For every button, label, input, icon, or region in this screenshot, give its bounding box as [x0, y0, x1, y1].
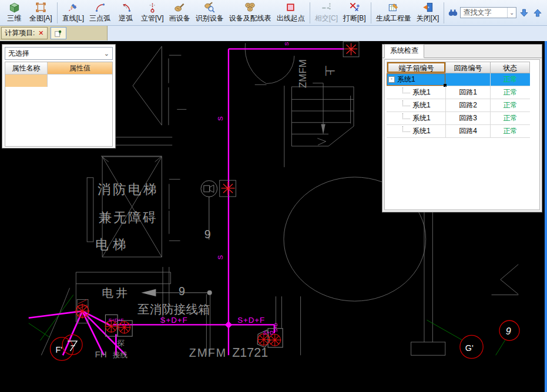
- chevron-down-icon: ⌄: [104, 50, 109, 58]
- terminal-box-cell[interactable]: 系统1: [387, 112, 446, 124]
- riser-pipe-icon: [147, 2, 158, 13]
- binoculars-icon[interactable]: [448, 8, 458, 18]
- chevron-down-icon[interactable]: ⌄: [507, 8, 516, 18]
- outlet-start-icon: [285, 2, 296, 13]
- table-row[interactable]: 系统1 回路3 正常: [387, 112, 530, 125]
- column-header-status[interactable]: 状态: [491, 62, 530, 73]
- close-door-icon: [422, 2, 434, 13]
- table-row[interactable]: 系统1 回路2 正常: [387, 99, 530, 112]
- table-row[interactable]: - 系统1 正常: [387, 73, 530, 86]
- brush-icon: [174, 2, 185, 13]
- arrow-down-icon: [519, 8, 529, 18]
- find-next-button[interactable]: [518, 7, 530, 19]
- leader-arrow: [141, 289, 212, 297]
- label-z-number: Z1721: [232, 346, 268, 360]
- circuit-cell[interactable]: 回路3: [446, 112, 491, 124]
- property-row-empty[interactable]: [5, 74, 112, 87]
- tree-branch-icon: [402, 126, 410, 132]
- system-check-panel: 系统检查 端子箱编号 回路编号 状态 - 系统1 正常 系统1: [382, 44, 542, 212]
- circuit-node: [225, 321, 233, 329]
- terminal-box-cell[interactable]: 系统1: [387, 99, 446, 111]
- toolbar-label: 逆弧: [119, 13, 133, 23]
- find-text-combobox[interactable]: 查找文字 ⌄: [460, 7, 516, 18]
- label-sd-rotated: S+D: [273, 323, 278, 332]
- cube-3d-icon: [9, 2, 20, 13]
- toolbar-button-riser[interactable]: 立管[V]: [139, 0, 166, 25]
- toolbar-label: 打断[B]: [343, 13, 366, 23]
- label-sdf-left: S+D+F: [160, 316, 188, 325]
- label-nine-circle: 9: [506, 326, 511, 336]
- tree-branch-icon: [402, 87, 410, 93]
- tree-branch-icon: [402, 100, 410, 106]
- tab-close-icon[interactable]: ✕: [38, 30, 43, 36]
- toolbar-button-close[interactable]: 关闭[X]: [414, 0, 442, 25]
- system-check-content: 端子箱编号 回路编号 状态 - 系统1 正常 系统1 回路1 正常: [384, 59, 540, 210]
- column-header-attr-value[interactable]: 属性值: [48, 62, 112, 74]
- selection-dropdown[interactable]: 无选择 ⌄: [5, 47, 113, 60]
- toolbar-label: 生成工程量: [376, 13, 411, 23]
- toolbar-button-outlet-start[interactable]: 出线起点: [274, 0, 307, 25]
- toolbar-button-reverse-arc[interactable]: 逆弧: [113, 0, 138, 25]
- label-nine-b: 9: [179, 285, 185, 298]
- terminal-box-label: 系统1: [397, 73, 415, 86]
- attr-value-cell[interactable]: [48, 75, 112, 87]
- toolbar-button-3d[interactable]: 三维: [2, 0, 26, 25]
- circuit-cell[interactable]: 回路4: [446, 125, 491, 137]
- status-badge: 正常: [491, 86, 530, 99]
- toolbar-button-line[interactable]: 直线[L]: [60, 0, 86, 25]
- toolbar-button-draw-device[interactable]: 画设备: [167, 0, 193, 25]
- label-to-fire-box: 至消防接线箱: [137, 302, 210, 316]
- terminal-box-label: 系统1: [412, 86, 431, 99]
- terminal-box-label: 系统1: [412, 112, 431, 124]
- attr-name-cell[interactable]: [5, 75, 48, 87]
- column-header-circuit[interactable]: 回路编号: [446, 62, 491, 73]
- app-window: { "toolbar": { "items": [ {"label": "三维"…: [0, 0, 547, 392]
- toolbar-label: 关闭[X]: [417, 13, 439, 23]
- label-sdf-tiny: S+D+F: [109, 317, 124, 323]
- label-shaft: 电井: [102, 286, 130, 299]
- terminal-box-cell[interactable]: - 系统1: [387, 73, 446, 86]
- system-check-table-header: 端子箱编号 回路编号 状态: [387, 62, 530, 73]
- distribution-hub-symbol: [75, 299, 90, 323]
- label-sd-cluster: S+D: [263, 330, 274, 336]
- toolbar-button-break[interactable]: 打断[B]: [341, 0, 368, 25]
- toolbar-label: 三点弧: [89, 13, 110, 23]
- terminal-box-cell[interactable]: 系统1: [387, 125, 446, 137]
- tree-branch-icon: [402, 113, 410, 119]
- pin-tab-button[interactable]: [51, 27, 66, 39]
- circuit-cell[interactable]: 回路1: [446, 86, 491, 99]
- full-extent-icon: [35, 2, 46, 13]
- label-up-mark: 上: [324, 66, 335, 76]
- terminal-box-cell[interactable]: 系统1: [387, 86, 446, 99]
- window-right-border: [545, 41, 547, 392]
- circuit-cell[interactable]: [446, 73, 491, 86]
- toolbar-button-full-view[interactable]: 全图[A]: [27, 0, 55, 25]
- label-nine-a: 9: [204, 228, 211, 241]
- toolbar-label: 设备及配线表: [229, 13, 271, 23]
- column-header-attr-name[interactable]: 属性名称: [5, 62, 48, 74]
- tab-group: 计算项目: ✕: [0, 26, 108, 40]
- toolbar-button-generate-quantities[interactable]: 生成工程量: [374, 0, 414, 25]
- toolbar-button-device-wiring-table[interactable]: 设备及配线表: [227, 0, 274, 25]
- selection-dropdown-value: 无选择: [8, 49, 29, 59]
- property-table-header: 属性名称 属性值: [5, 62, 112, 74]
- toolbar-button-intersect[interactable]: 相交[C]: [313, 0, 340, 25]
- tab-system-check[interactable]: 系统检查: [384, 44, 424, 58]
- circuit-cell[interactable]: 回路2: [446, 99, 491, 111]
- main-toolbar: 三维 全图[A] 直线[L] 三点弧 逆弧 立管[V] 画设备 识别设备 设备及…: [0, 0, 547, 26]
- toolbar-button-identify-device[interactable]: 识别设备: [193, 0, 226, 25]
- table-row[interactable]: 系统1 回路1 正常: [387, 86, 530, 99]
- tree-expander-icon[interactable]: -: [388, 76, 395, 83]
- find-previous-button[interactable]: [532, 7, 543, 19]
- toolbar-button-three-point-arc[interactable]: 三点弧: [87, 0, 113, 25]
- label-s-mid: S: [216, 116, 224, 121]
- label-elevator: 电梯: [95, 237, 130, 252]
- label-sdf-right: S+D+F: [237, 316, 265, 325]
- table-row[interactable]: 系统1 回路4 正常: [387, 125, 530, 138]
- tab-label: 计算项目:: [5, 28, 35, 38]
- tab-calculation-item[interactable]: 计算项目: ✕: [1, 27, 48, 39]
- label-zmfm-vertical: ZMFM: [297, 59, 308, 88]
- column-header-terminal-box[interactable]: 端子箱编号: [387, 62, 446, 73]
- stair-direction-arrow: [321, 124, 325, 134]
- device-table-icon: [244, 2, 256, 13]
